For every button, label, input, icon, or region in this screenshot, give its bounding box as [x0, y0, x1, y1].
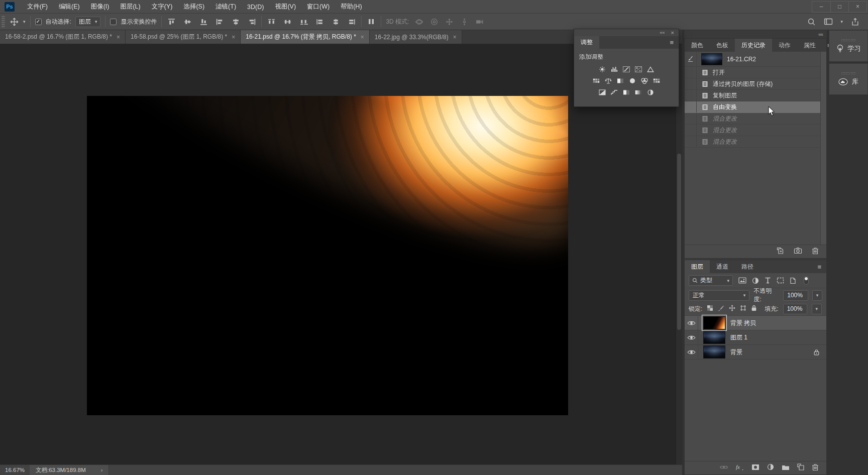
document-tab[interactable]: 16-58-2.psd @ 16.7% (图层 1, RGB/8) * ×: [0, 30, 126, 44]
selective-color-adjustment-icon[interactable]: [646, 88, 655, 96]
delete-layer-trash-icon[interactable]: [812, 463, 819, 473]
history-row[interactable]: 自由变换: [685, 101, 820, 113]
lock-artboard-icon[interactable]: [740, 305, 746, 313]
layer-thumbnail[interactable]: [703, 331, 725, 344]
search-icon[interactable]: [806, 17, 816, 27]
panel-tab-历史记录[interactable]: 历史记录: [735, 39, 772, 52]
snapshot-thumbnail[interactable]: [701, 53, 722, 65]
delete-state-trash-icon[interactable]: [812, 247, 819, 257]
history-row[interactable]: 复制图层: [685, 90, 820, 101]
layer-name[interactable]: 图层 1: [730, 333, 747, 342]
new-document-from-state-icon[interactable]: [776, 247, 784, 257]
layer-row[interactable]: 图层 1: [685, 330, 826, 345]
curves-adjustment-icon[interactable]: [622, 65, 631, 73]
hue-saturation-adjustment-icon[interactable]: [592, 77, 601, 84]
panel-tab-色板[interactable]: 色板: [710, 39, 735, 52]
smart-object-filter-icon[interactable]: [790, 277, 796, 284]
exposure-adjustment-icon[interactable]: [634, 65, 643, 73]
libraries-panel-grip[interactable]: [841, 72, 856, 74]
menu-item[interactable]: 图像(I): [85, 0, 115, 14]
layer-name[interactable]: 背景 拷贝: [730, 319, 756, 327]
vibrance-adjustment-icon[interactable]: [646, 65, 655, 73]
history-brush-well[interactable]: [685, 101, 697, 112]
tab-close-icon[interactable]: ×: [232, 34, 235, 41]
history-brush-well[interactable]: [685, 136, 697, 147]
photo-filter-adjustment-icon[interactable]: [628, 77, 637, 84]
levels-adjustment-icon[interactable]: [610, 65, 619, 73]
history-brush-well[interactable]: [685, 90, 697, 101]
tab-close-icon[interactable]: ×: [453, 34, 457, 41]
canvas-vertical-scrollbar[interactable]: [676, 44, 682, 464]
lock-image-pixels-icon[interactable]: [718, 305, 724, 313]
lock-position-icon[interactable]: [729, 305, 735, 313]
close-button[interactable]: ×: [848, 2, 866, 12]
history-row[interactable]: 混合更改: [685, 136, 820, 148]
collapse-to-icons-icon[interactable]: ««: [660, 30, 665, 35]
document-tab[interactable]: 16-22.jpg @ 33.3%(RGB/8) ×: [370, 30, 462, 44]
document-tab[interactable]: 16-21.psd @ 16.7% (背景 拷贝, RGB/8) * ×: [241, 30, 370, 44]
layer-filter-type-dropdown[interactable]: 类型 ▾: [689, 275, 733, 286]
workspace-switcher-icon[interactable]: [823, 17, 833, 27]
new-layer-icon[interactable]: [797, 463, 804, 472]
history-row[interactable]: 混合更改: [685, 113, 820, 125]
history-brush-well[interactable]: [685, 78, 697, 89]
history-brush-source-well[interactable]: [685, 52, 697, 66]
add-layer-mask-icon[interactable]: [751, 463, 759, 472]
document-image[interactable]: [87, 96, 568, 415]
distribute-vertical-centers-icon[interactable]: [282, 17, 292, 27]
minimize-button[interactable]: –: [812, 2, 830, 12]
filter-toggle-switch[interactable]: [804, 276, 809, 285]
options-bar-grip[interactable]: [2, 16, 5, 28]
align-right-edges-icon[interactable]: [247, 17, 257, 27]
layers-panel-menu-icon[interactable]: ≡: [812, 260, 826, 273]
layer-effects-fx-icon[interactable]: fx: [735, 463, 744, 472]
panel-tab-通道[interactable]: 通道: [710, 260, 735, 273]
opacity-dropdown-caret[interactable]: ▾: [812, 290, 822, 301]
learn-panel-grip[interactable]: [841, 39, 856, 41]
color-lookup-adjustment-icon[interactable]: [652, 77, 661, 84]
align-top-edges-icon[interactable]: [166, 17, 176, 27]
layer-visibility-eye-icon[interactable]: [685, 345, 698, 359]
layer-name[interactable]: 背景: [730, 348, 742, 357]
history-row[interactable]: 打开: [685, 67, 820, 78]
tool-preset-caret-icon[interactable]: ▾: [23, 19, 26, 24]
collapse-panels-icon[interactable]: ««: [818, 32, 823, 37]
invert-adjustment-icon[interactable]: [598, 88, 607, 96]
layer-thumbnail[interactable]: [703, 316, 725, 329]
canvas-area[interactable]: [0, 44, 682, 464]
blend-mode-dropdown[interactable]: 正常▾: [689, 290, 749, 301]
history-brush-well[interactable]: [685, 113, 697, 124]
new-adjustment-layer-icon[interactable]: [767, 463, 774, 472]
menu-item[interactable]: 图层(L): [115, 0, 146, 14]
history-row[interactable]: 混合更改: [685, 125, 820, 136]
lock-all-icon[interactable]: [751, 305, 757, 313]
fill-value-field[interactable]: 100%: [783, 304, 807, 314]
distribute-top-edges-icon[interactable]: [266, 17, 276, 27]
menu-item[interactable]: 3D(D): [242, 0, 269, 14]
menu-item[interactable]: 选择(S): [178, 0, 210, 14]
panel-tab-路径[interactable]: 路径: [735, 260, 760, 273]
tab-close-icon[interactable]: ×: [117, 34, 120, 41]
channel-mixer-adjustment-icon[interactable]: [640, 77, 649, 84]
brightness-contrast-adjustment-icon[interactable]: [598, 65, 607, 73]
distribute-horizontal-centers-icon[interactable]: [331, 17, 341, 27]
menu-item[interactable]: 帮助(H): [335, 0, 367, 14]
threshold-adjustment-icon[interactable]: [622, 88, 631, 96]
distribute-left-edges-icon[interactable]: [314, 17, 324, 27]
panel-tab-图层[interactable]: 图层: [685, 260, 710, 273]
menu-item[interactable]: 窗口(W): [301, 0, 335, 14]
new-group-folder-icon[interactable]: [782, 463, 790, 472]
panel-tab-属性[interactable]: 属性: [797, 39, 822, 52]
show-transform-checkbox[interactable]: ✓: [110, 19, 117, 25]
auto-select-checkbox[interactable]: ✓: [35, 19, 42, 25]
history-scrollbar[interactable]: [820, 52, 826, 245]
menu-item[interactable]: 文件(F): [22, 0, 53, 14]
opacity-value-field[interactable]: 100%: [783, 290, 808, 301]
align-bottom-edges-icon[interactable]: [198, 17, 208, 27]
layer-row[interactable]: 背景 拷贝: [685, 316, 826, 330]
maximize-button[interactable]: □: [830, 2, 848, 12]
type-layer-filter-icon[interactable]: [765, 277, 771, 284]
link-layers-icon[interactable]: [720, 463, 728, 472]
document-tab[interactable]: 16-58.psd @ 25% (图层 1, RGB/8) * ×: [126, 30, 241, 44]
fill-dropdown-caret[interactable]: ▾: [812, 304, 822, 314]
